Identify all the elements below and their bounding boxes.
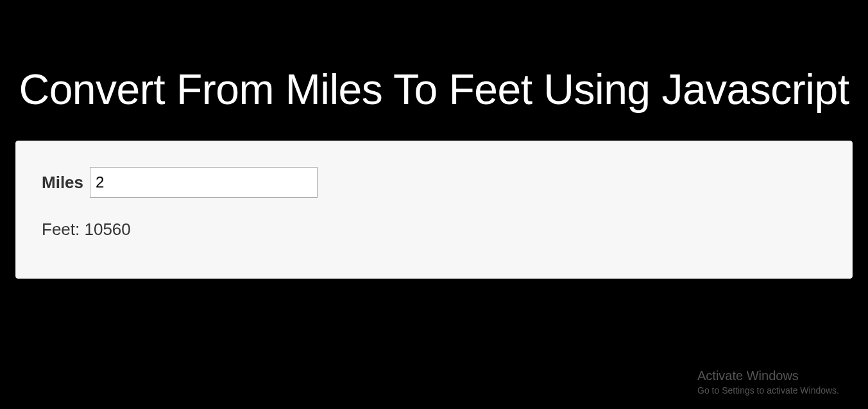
- feet-result-value: 10560: [84, 220, 130, 239]
- miles-input[interactable]: [90, 167, 318, 198]
- miles-row: Miles: [42, 167, 826, 198]
- watermark-title: Activate Windows: [697, 367, 839, 385]
- watermark-subtitle: Go to Settings to activate Windows.: [697, 385, 839, 397]
- feet-result-label: Feet:: [42, 220, 80, 239]
- miles-label: Miles: [42, 173, 83, 193]
- windows-activation-watermark: Activate Windows Go to Settings to activ…: [697, 367, 839, 397]
- converter-card: Miles Feet: 10560: [15, 141, 853, 279]
- feet-result: Feet: 10560: [42, 220, 826, 239]
- page-title: Convert From Miles To Feet Using Javascr…: [15, 64, 853, 115]
